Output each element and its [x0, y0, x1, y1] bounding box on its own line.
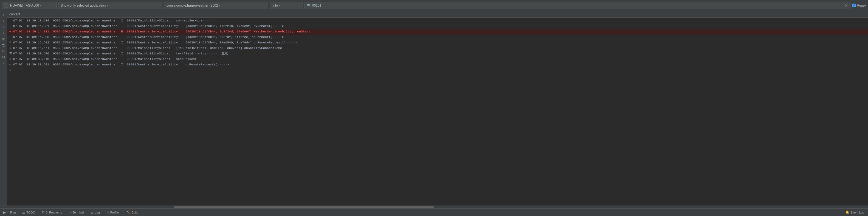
- build-icon: 🔨: [126, 211, 130, 214]
- toolbar: □ HUAWEI TAS-AL00 ▾ Show only selected a…: [0, 0, 868, 11]
- problems-button[interactable]: ⚙ 6: Problems: [40, 210, 63, 215]
- close-icon[interactable]: ✕: [1, 60, 6, 66]
- row-icon-2: ↓: [9, 24, 13, 29]
- device-select[interactable]: □ HUAWEI TAS-AL00 ▾: [2, 2, 57, 9]
- status-bar: ▶ 4: Run ☰ TODO ⚙ 6: Problems ▭ Terminal…: [0, 208, 868, 216]
- event-log-icon: 🔔: [845, 211, 849, 214]
- row-icon-7: 📷: [9, 51, 13, 55]
- content-area: ↑ ↓ ≡ ↓ 🗑 📷 ⚙ ⊟ ✕ content ☰ ↑ 07-07 18:3…: [0, 11, 868, 206]
- app-filter-caret-icon: ▾: [107, 4, 108, 7]
- search-box: 🔍 ✕: [305, 2, 850, 9]
- row-text-4: 07-07 18:39:14.035 9502-9502/com.example…: [13, 35, 866, 39]
- log-content: ↑ 07-07 18:39:13.984 9502-9502/com.examp…: [7, 18, 868, 74]
- regex-toggle: Regex: [852, 4, 866, 7]
- row-icon-9: ⊟: [9, 62, 13, 67]
- log-level-label: Info: [272, 4, 278, 7]
- log-row: ↓ 07-07 18:39:14.031 9502-9502/com.examp…: [7, 24, 868, 29]
- problems-icon: ⚙: [42, 211, 45, 214]
- profiler-icon: ∿: [106, 211, 109, 214]
- terminal-label: Terminal: [73, 211, 84, 214]
- scrollbar-thumb[interactable]: [174, 207, 434, 208]
- app-id-select[interactable]: com.example.hanruweather (9502 ▾: [164, 2, 268, 9]
- log-label: Log: [95, 211, 100, 214]
- log-level-select[interactable]: Info ▾: [270, 2, 303, 9]
- app-id-label: com.example.hanruweather (9502: [166, 4, 218, 7]
- log-row: ⚙ 07-07 18:39:30.540 9502-9502/com.examp…: [7, 57, 868, 62]
- row-text-8: 07-07 18:39:30.540 9502-9502/com.example…: [13, 57, 866, 61]
- device-icon: □: [4, 4, 8, 7]
- log-row-error: ≡ 07-07 18:39:14.031 9502-9502/com.examp…: [7, 29, 868, 35]
- columns-icon[interactable]: ☰: [863, 12, 866, 16]
- row-icon-8: ⚙: [9, 57, 13, 61]
- app-filter-label: Show only selected application: [61, 4, 105, 7]
- run-button[interactable]: ▶ 4: Run: [2, 210, 17, 215]
- log-row: ⊞ 07-07 18:39:15.542 9502-9558/com.examp…: [7, 40, 868, 46]
- log-row-empty: ✕: [7, 68, 868, 73]
- status-right: 🔔 Event Log: [844, 210, 866, 215]
- scroll-up-icon[interactable]: ↑: [1, 12, 6, 18]
- clear-logcat-icon[interactable]: 🗑: [1, 36, 6, 42]
- terminal-icon: ▭: [69, 211, 71, 214]
- device-caret-icon: ▾: [40, 4, 41, 7]
- regex-checkbox[interactable]: [852, 4, 856, 7]
- row-text-3: 07-07 18:39:14.031 9502-9502/com.example…: [13, 29, 866, 34]
- log-level-caret-icon: ▾: [279, 4, 280, 7]
- row-text-9: 07-07 18:39:30.541 9502-9558/com.example…: [13, 62, 866, 67]
- search-icon: 🔍: [307, 4, 311, 7]
- build-button[interactable]: 🔨 Build: [125, 210, 139, 215]
- log-header: content ☰: [7, 11, 868, 18]
- horizontal-scrollbar[interactable]: [0, 206, 868, 208]
- screenshot-icon[interactable]: 📷: [1, 42, 6, 48]
- app-filter-select[interactable]: Show only selected application ▾: [58, 2, 162, 9]
- app-id-caret-icon: ▾: [219, 4, 220, 7]
- row-text-2: 07-07 18:39:14.031 9502-9502/com.example…: [13, 24, 866, 29]
- device-label: HUAWEI TAS-AL00: [10, 4, 39, 7]
- search-clear-button[interactable]: ✕: [845, 4, 848, 7]
- profiler-label: Profiler: [110, 211, 120, 214]
- todo-label: TODO: [26, 211, 35, 214]
- todo-icon: ☰: [22, 211, 25, 214]
- log-row: ↑ 07-07 18:39:13.984 9502-9502/com.examp…: [7, 18, 868, 24]
- regex-label: Regex: [857, 4, 866, 7]
- row-icon-5: ⊞: [9, 40, 13, 45]
- left-icon-bar: ↑ ↓ ≡ ↓ 🗑 📷 ⚙ ⊟ ✕: [0, 11, 7, 206]
- row-text-7: 07-07 18:39:30.540 9502-9502/com.example…: [13, 51, 866, 56]
- scrollbar-track: [0, 206, 868, 208]
- run-icon: ▶: [3, 211, 6, 214]
- event-log-button[interactable]: 🔔 Event Log: [844, 210, 866, 215]
- search-input[interactable]: [312, 4, 844, 7]
- wrap-icon[interactable]: ⊟: [1, 54, 6, 60]
- todo-button[interactable]: ☰ TODO: [21, 210, 36, 215]
- row-text-10: [13, 68, 866, 73]
- run-label: 4: Run: [7, 211, 16, 214]
- filter-icon[interactable]: ≡: [1, 24, 6, 30]
- problems-label: 6: Problems: [46, 211, 62, 214]
- settings-icon[interactable]: ⚙: [1, 48, 6, 54]
- log-row: ↓ 07-07 18:39:14.035 9502-9502/com.examp…: [7, 35, 868, 40]
- log-icon: ☰: [91, 211, 94, 214]
- row-icon-6: 🖨: [9, 46, 13, 50]
- row-icon-10: ✕: [9, 68, 13, 73]
- profiler-button[interactable]: ∿ Profiler: [105, 210, 121, 215]
- build-label: Build: [131, 211, 138, 214]
- log-button[interactable]: ☰ Log: [89, 210, 101, 215]
- import-icon[interactable]: ↓: [1, 30, 6, 36]
- scroll-down-icon[interactable]: ↓: [1, 18, 6, 24]
- row-icon-3: ≡: [9, 29, 13, 34]
- log-row: 📷 07-07 18:39:30.540 9502-9502/com.examp…: [7, 51, 868, 57]
- content-label: content: [9, 12, 20, 16]
- row-text-1: 07-07 18:39:13.984 9502-9502/com.example…: [13, 18, 866, 23]
- log-area[interactable]: content ☰ ↑ 07-07 18:39:13.984 9502-9502…: [7, 11, 868, 206]
- event-log-label: Event Log: [850, 211, 864, 214]
- terminal-button[interactable]: ▭ Terminal: [67, 210, 85, 215]
- row-icon-4: ↓: [9, 35, 13, 39]
- row-text-6: 07-07 18:39:15.574 9502-9502/com.example…: [13, 46, 866, 51]
- log-row: 🖨 07-07 18:39:15.574 9502-9502/com.examp…: [7, 46, 868, 51]
- row-icon-1: ↑: [9, 18, 13, 23]
- log-row: ⊟ 07-07 18:39:30.541 9502-9558/com.examp…: [7, 62, 868, 68]
- row-text-5: 07-07 18:39:15.542 9502-9558/com.example…: [13, 40, 866, 45]
